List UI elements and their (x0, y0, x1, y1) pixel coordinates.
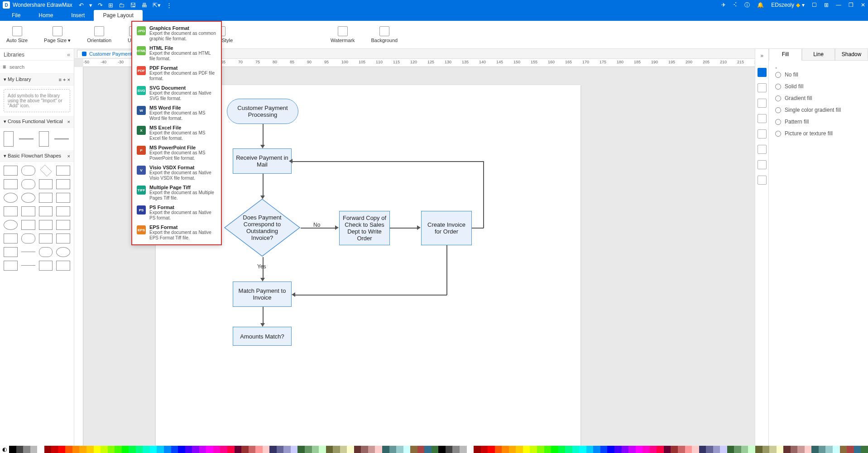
user-badge[interactable]: EDszeoly◆▾ (771, 2, 805, 8)
color-swatch[interactable] (671, 446, 678, 453)
color-swatch[interactable] (157, 446, 164, 453)
shape-stencil[interactable] (21, 179, 35, 189)
shape-stencil[interactable] (21, 265, 35, 266)
color-swatch[interactable] (241, 446, 249, 453)
color-swatch[interactable] (678, 446, 685, 453)
export-option[interactable]: VVisio VSDX FormatExport the document as… (132, 163, 221, 183)
color-swatch[interactable] (769, 446, 777, 453)
crossfn-shape[interactable] (54, 138, 69, 139)
export-option[interactable]: XMS Excel FileExport the document as MS … (132, 123, 221, 143)
menu-pagelayout[interactable]: Page Layout (94, 10, 142, 21)
fill-opt-picture[interactable]: Picture or texture fill (775, 130, 862, 137)
shape-stencil[interactable] (4, 166, 18, 176)
shape-stencil[interactable] (56, 234, 70, 243)
color-swatch[interactable] (636, 446, 643, 453)
color-swatch[interactable] (16, 446, 24, 453)
print-icon[interactable]: 🖶 (141, 2, 147, 9)
tab-shadow[interactable]: Shadow (835, 49, 868, 61)
export-option[interactable]: PMS PowerPoint FileExport the document a… (132, 143, 221, 163)
color-swatch[interactable] (326, 446, 333, 453)
color-swatch[interactable] (9, 446, 16, 453)
save-icon[interactable]: 🖫 (130, 2, 136, 9)
rail-shuffle-icon[interactable] (758, 160, 767, 169)
color-swatch[interactable] (854, 446, 861, 453)
color-swatch[interactable] (460, 446, 467, 453)
search-input[interactable] (8, 62, 74, 72)
color-swatch[interactable] (762, 446, 770, 453)
rail-image-icon[interactable] (758, 99, 767, 108)
color-swatch[interactable] (495, 446, 502, 453)
color-swatch[interactable] (727, 446, 734, 453)
color-swatch[interactable] (263, 446, 270, 453)
color-swatch[interactable] (297, 446, 305, 453)
color-swatch[interactable] (72, 446, 80, 453)
color-swatch[interactable] (572, 446, 580, 453)
color-swatch[interactable] (255, 446, 263, 453)
color-swatch[interactable] (438, 446, 446, 453)
menu-home[interactable]: Home (29, 10, 62, 21)
basicshapes-section[interactable]: ▾ Basic Flowchart Shapes× (0, 150, 74, 162)
shape-stencil[interactable] (56, 261, 70, 271)
color-swatch[interactable] (403, 446, 411, 453)
shape-stencil[interactable] (21, 166, 35, 176)
color-swatch[interactable] (192, 446, 199, 453)
color-swatch[interactable] (657, 446, 664, 453)
export-option[interactable]: PDFPDF FormatExport the document as PDF … (132, 63, 221, 83)
crossfn-shape[interactable] (19, 138, 34, 139)
flow-process[interactable]: Receive Payment in Mail (233, 148, 292, 174)
color-swatch[interactable] (664, 446, 671, 453)
feedback-icon[interactable]: ☐ (812, 2, 817, 8)
color-swatch[interactable] (551, 446, 558, 453)
color-swatch[interactable] (410, 446, 417, 453)
color-swatch[interactable] (185, 446, 192, 453)
color-swatch[interactable] (847, 446, 854, 453)
color-swatch[interactable] (516, 446, 523, 453)
color-swatch[interactable] (502, 446, 509, 453)
rail-layers-icon[interactable] (758, 114, 767, 123)
expand-rail-icon[interactable]: » (760, 52, 763, 59)
rail-style-icon[interactable] (758, 68, 767, 77)
open-icon[interactable]: 🗀 (119, 2, 125, 9)
color-swatch[interactable] (417, 446, 425, 453)
shape-stencil[interactable] (4, 234, 18, 243)
color-swatch[interactable] (227, 446, 235, 453)
mylib-close-icon[interactable]: × (67, 77, 70, 82)
flow-process[interactable]: Forward Copy of Check to Sales Dept to W… (339, 211, 390, 245)
shape-stencil[interactable] (56, 247, 70, 257)
undo-icon[interactable]: ↶ (79, 2, 84, 9)
ribbon-background[interactable]: Background (368, 23, 400, 47)
color-swatch[interactable] (389, 446, 397, 453)
color-swatch[interactable] (537, 446, 544, 453)
color-swatch[interactable] (269, 446, 277, 453)
color-swatch[interactable] (741, 446, 748, 453)
rail-export-icon[interactable] (758, 145, 767, 154)
color-swatch[interactable] (115, 446, 122, 453)
ribbon-pagesize[interactable]: Page Size ▾ (41, 23, 73, 47)
mylib-add-icon[interactable]: + (63, 77, 66, 82)
color-swatch[interactable] (58, 446, 66, 453)
export-option[interactable]: WMS Word FileExport the document as MS W… (132, 103, 221, 123)
export-option[interactable]: TIFFMultiple Page TiffExport the documen… (132, 183, 221, 203)
color-swatch[interactable] (333, 446, 340, 453)
color-swatch[interactable] (622, 446, 629, 453)
color-swatch[interactable] (319, 446, 326, 453)
mylib-list-icon[interactable]: ≡ (59, 77, 62, 82)
menu-insert[interactable]: Insert (62, 10, 94, 21)
help-icon[interactable]: ⓘ (744, 1, 750, 9)
fill-opt-pattern[interactable]: Pattern fill (775, 119, 862, 125)
share-icon[interactable]: ⠪ (733, 2, 737, 8)
export-icon[interactable]: ⇱▾ (153, 2, 161, 9)
shape-stencil[interactable] (4, 206, 18, 216)
export-option[interactable]: SVGSVG DocumentExport the document as Na… (132, 83, 221, 103)
color-swatch[interactable] (375, 446, 382, 453)
color-swatch[interactable] (833, 446, 840, 453)
send-icon[interactable]: ✈ (721, 2, 726, 8)
color-swatch[interactable] (44, 446, 52, 453)
color-swatch[interactable] (432, 446, 439, 453)
color-swatch[interactable] (206, 446, 213, 453)
shape-stencil[interactable] (4, 179, 18, 189)
maximize-icon[interactable]: ❐ (849, 2, 854, 8)
new-icon[interactable]: ⊞ (108, 2, 113, 9)
fill-opt-nofill[interactable]: No fill (775, 72, 862, 78)
color-swatch[interactable] (51, 446, 58, 453)
